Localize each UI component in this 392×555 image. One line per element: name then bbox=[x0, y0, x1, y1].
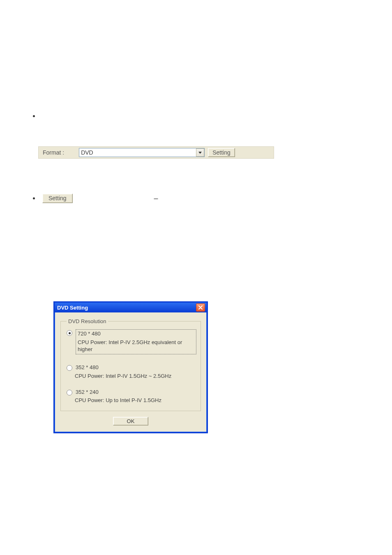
radio-720x480[interactable] bbox=[67, 330, 72, 336]
dialog-title: DVD Setting bbox=[57, 305, 88, 311]
radio-label: 352 * 240 bbox=[76, 389, 196, 396]
format-select[interactable]: DVD bbox=[79, 148, 205, 157]
setting-button-standalone[interactable]: Setting bbox=[42, 194, 73, 203]
radio-desc: CPU Power: Up to Intel P-IV 1.5GHz bbox=[75, 397, 196, 403]
setting-button-inline[interactable]: Setting bbox=[208, 148, 235, 157]
close-button[interactable] bbox=[196, 303, 205, 312]
setting-line: Setting – bbox=[33, 194, 359, 203]
group-legend: DVD Resolution bbox=[67, 318, 108, 324]
radio-desc: CPU Power: Intel P-IV 1.5GHz ~ 2.5GHz bbox=[75, 373, 196, 379]
dvd-setting-dialog: DVD Setting DVD Resolution bbox=[53, 301, 208, 433]
dash-separator: – bbox=[154, 194, 158, 203]
dialog-titlebar: DVD Setting bbox=[55, 303, 207, 312]
format-line: Format : DVD Setting bbox=[33, 73, 359, 159]
radio-352x480[interactable] bbox=[67, 365, 72, 371]
radio-label: 720 * 480 bbox=[78, 331, 194, 338]
ok-button[interactable]: OK bbox=[113, 417, 148, 426]
radio-352x240[interactable] bbox=[67, 390, 72, 395]
format-strip: Format : DVD Setting bbox=[38, 146, 274, 159]
bullet-icon bbox=[33, 115, 35, 117]
close-icon bbox=[198, 304, 203, 311]
radio-label: 352 * 480 bbox=[76, 364, 196, 371]
resolution-option: 720 * 480 CPU Power: Intel P-IV 2.5GHz e… bbox=[67, 329, 196, 354]
dvd-resolution-group: DVD Resolution 720 * 480 CPU Power: Inte… bbox=[60, 318, 201, 411]
radio-desc: CPU Power: Intel P-IV 2.5GHz equivalent … bbox=[78, 339, 194, 353]
resolution-option: 352 * 480 CPU Power: Intel P-IV 1.5GHz ~… bbox=[67, 364, 196, 379]
resolution-option: 352 * 240 CPU Power: Up to Intel P-IV 1.… bbox=[67, 389, 196, 404]
bullet-icon bbox=[33, 197, 35, 199]
chevron-down-icon[interactable] bbox=[196, 148, 204, 157]
format-label: Format : bbox=[43, 149, 64, 156]
dialog-body: DVD Resolution 720 * 480 CPU Power: Inte… bbox=[55, 312, 207, 432]
selected-focus-box: 720 * 480 CPU Power: Intel P-IV 2.5GHz e… bbox=[76, 329, 196, 354]
format-select-value: DVD bbox=[81, 149, 93, 156]
